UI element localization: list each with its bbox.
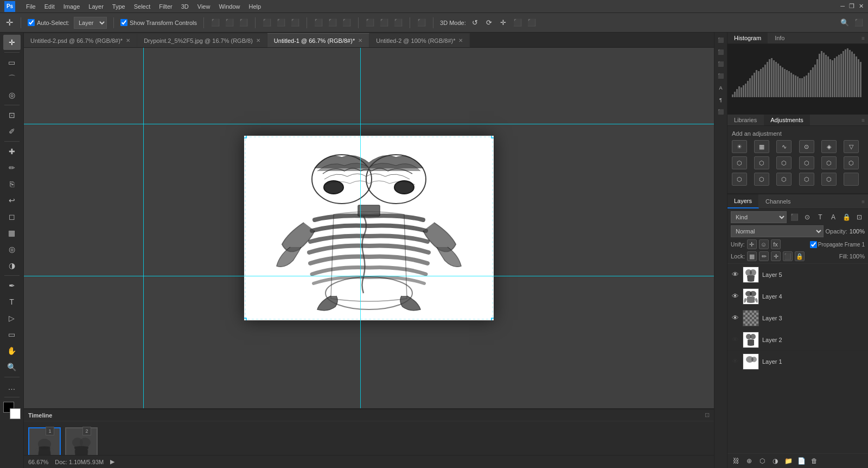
show-transform-input[interactable]	[120, 19, 127, 26]
distribute-bottom-icon[interactable]: ⬛	[342, 18, 352, 28]
distribute-hc-icon[interactable]: ⬛	[379, 18, 389, 28]
adj-brightness[interactable]: ☀	[732, 140, 747, 153]
adj-colorbalance[interactable]: ⬡	[754, 156, 769, 169]
fill-value[interactable]: 100%	[850, 253, 865, 260]
canvas-wrap[interactable]	[24, 48, 714, 408]
adj-photofilter[interactable]: ⬡	[799, 156, 814, 169]
tab-close-2[interactable]: ✕	[358, 37, 362, 43]
lock-pos-icon[interactable]: ✛	[771, 251, 781, 261]
spot-healing-tool[interactable]: ✚	[3, 144, 21, 159]
filter-smart-icon[interactable]: 🔒	[841, 212, 852, 223]
history-brush-tool[interactable]: ↩	[3, 193, 21, 208]
eyedropper-tool[interactable]: ✐	[3, 124, 21, 139]
auto-select-input[interactable]	[28, 19, 35, 26]
filter-pixel-icon[interactable]: ⬛	[789, 212, 800, 223]
menu-window[interactable]: Window	[219, 3, 240, 10]
clone-stamp-tool[interactable]: ⎘	[3, 176, 21, 192]
adj-colorlookup[interactable]: ⬡	[844, 156, 859, 169]
eraser-tool[interactable]: ◻	[3, 209, 21, 224]
tab-info[interactable]: Info	[768, 33, 792, 43]
blend-mode-select[interactable]: Normal Dissolve Darken Multiply Screen	[731, 225, 824, 237]
menu-image[interactable]: Image	[63, 3, 80, 10]
frame-thumb-1[interactable]	[28, 427, 61, 455]
adj-selectivecolor[interactable]: ⬡	[821, 173, 837, 186]
add-style-btn[interactable]: ⊕	[744, 456, 755, 466]
layer-visibility-1[interactable]: 👁	[731, 357, 739, 366]
lock-artboard-icon[interactable]: ⬛	[783, 251, 793, 261]
new-layer-btn[interactable]: 📄	[796, 456, 807, 466]
adj-bw[interactable]: ⬡	[776, 156, 792, 169]
window-close[interactable]: ✕	[859, 3, 864, 10]
layers-kind-select[interactable]: Kind Name Effect Mode Attribute Color Sm…	[731, 211, 787, 223]
layer-item-1[interactable]: 👁 Layer 1	[727, 351, 868, 372]
layer-visibility-3[interactable]: 👁	[731, 314, 739, 322]
crop-tool[interactable]: ⊡	[3, 107, 21, 123]
adj-exposure[interactable]: ⊙	[799, 140, 814, 153]
link-layers-btn[interactable]: ⛓	[731, 456, 742, 466]
side-icon-4[interactable]: ⬛	[716, 71, 726, 81]
side-icon-3[interactable]: ⬛	[716, 59, 726, 69]
side-icon-1[interactable]: ⬛	[716, 35, 726, 46]
unify-fx-icon[interactable]: fx	[771, 239, 781, 249]
layer-item-2[interactable]: 👁 Layer 2	[727, 329, 868, 351]
search-icon[interactable]: 🔍	[840, 18, 850, 28]
layers-tab-layers[interactable]: Layers	[727, 194, 759, 208]
pen-tool[interactable]: ✒	[3, 278, 21, 293]
tab-adjustments[interactable]: Adjustments	[764, 115, 810, 125]
hand-tool[interactable]: ✋	[3, 343, 21, 358]
align-left-icon[interactable]: ⬛	[262, 18, 272, 28]
menu-3d[interactable]: 3D	[181, 3, 189, 10]
align-bottom-icon[interactable]: ⬛	[239, 18, 248, 28]
adj-invert[interactable]: ⬡	[732, 173, 747, 186]
layer-visibility-4[interactable]: 👁	[731, 292, 739, 301]
arrange-icon[interactable]: ⬛	[417, 18, 426, 28]
side-icon-7[interactable]: ⬛	[716, 106, 726, 117]
3d-rotate-icon[interactable]: ↺	[470, 18, 480, 28]
rect-shape-tool[interactable]: ▭	[3, 327, 21, 342]
menu-select[interactable]: Select	[134, 3, 151, 10]
panel-top-close[interactable]: ≡	[858, 33, 868, 43]
timeline-expand-icon[interactable]: ⊡	[705, 412, 710, 419]
tab-close-3[interactable]: ✕	[458, 37, 463, 43]
delete-layer-btn[interactable]: 🗑	[809, 456, 820, 466]
side-icon-5[interactable]: A	[716, 83, 726, 93]
tab-untitled2-psd[interactable]: Untitled-2.psd @ 66.7% (RGB/8#)* ✕	[24, 33, 137, 47]
3d-scale-icon[interactable]: ⬛	[527, 18, 537, 28]
filter-shape-icon[interactable]: A	[828, 212, 839, 223]
tab-close-0[interactable]: ✕	[126, 37, 130, 43]
3d-roll-icon[interactable]: ⟳	[484, 18, 494, 28]
layer-visibility-5[interactable]: 👁	[731, 270, 739, 279]
timeline-frame-1[interactable]: 1 0 sec.	[28, 426, 61, 455]
menu-view[interactable]: View	[197, 3, 210, 10]
layer-item-3[interactable]: 👁 Layer 3	[727, 307, 868, 329]
3d-slide-icon[interactable]: ⬛	[513, 18, 522, 28]
filter-toggle[interactable]: ⊡	[854, 212, 865, 223]
side-icon-6[interactable]: ¶	[716, 94, 726, 105]
new-fill-adj-btn[interactable]: ◑	[770, 456, 781, 466]
background-color[interactable]	[10, 408, 21, 419]
align-right-icon[interactable]: ⬛	[290, 18, 300, 28]
menu-edit[interactable]: Edit	[44, 3, 55, 10]
panel-mid-close[interactable]: ≡	[858, 115, 868, 125]
dodge-tool[interactable]: ◑	[3, 258, 21, 273]
menu-help[interactable]: Help	[249, 3, 261, 10]
distribute-right-icon[interactable]: ⬛	[393, 18, 403, 28]
distribute-top-icon[interactable]: ⬛	[314, 18, 323, 28]
tab-untitled1[interactable]: Untitled-1 @ 66.7% (RGB/8#)* ✕	[267, 33, 369, 47]
adj-curves[interactable]: ∿	[776, 140, 792, 153]
new-group-btn[interactable]: 📁	[783, 456, 794, 466]
adj-levels[interactable]: ▦	[754, 140, 769, 153]
auto-select-checkbox[interactable]: Auto-Select:	[28, 19, 69, 26]
path-select-tool[interactable]: ▷	[3, 311, 21, 326]
unify-face-icon[interactable]: ☺	[759, 239, 769, 249]
move-tool-icon[interactable]: ✛	[4, 18, 14, 28]
layer-visibility-2[interactable]: 👁	[731, 336, 739, 344]
lasso-tool[interactable]: ⌒	[3, 71, 21, 86]
tab-libraries[interactable]: Libraries	[727, 115, 764, 125]
menu-filter[interactable]: Filter	[159, 3, 172, 10]
adj-vibrance[interactable]: ◈	[821, 140, 837, 153]
tab-drypoint[interactable]: Drypoint.2_5%2F5.jpg @ 16.7% (RGB/8) ✕	[137, 33, 267, 47]
align-hcenter-icon[interactable]: ⬛	[276, 18, 286, 28]
timeline-frame-2[interactable]: 2	[65, 426, 98, 455]
adj-hue[interactable]: ⬡	[732, 156, 747, 169]
